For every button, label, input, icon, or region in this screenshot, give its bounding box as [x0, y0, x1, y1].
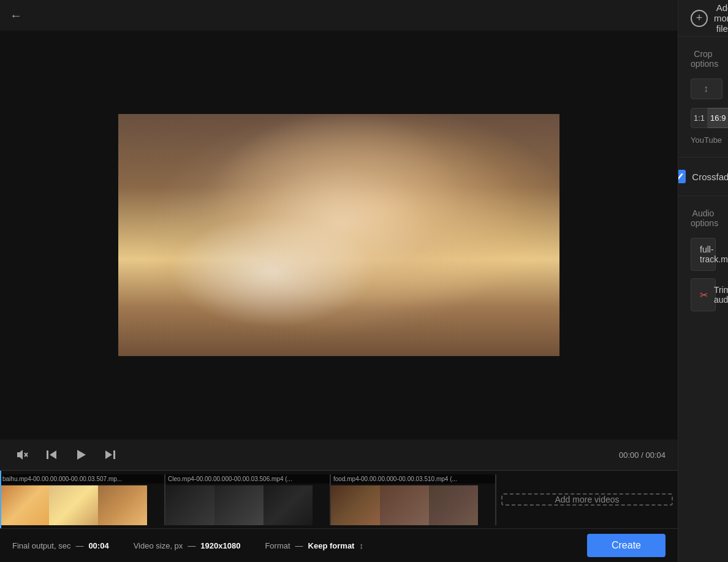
- play-button[interactable]: [71, 445, 91, 465]
- video-size-info: Video size, px — 1920x1080: [134, 541, 241, 550]
- next-icon: [104, 449, 116, 461]
- right-top: + Add more files ⌄: [678, 0, 728, 37]
- segment-thumbs-2: [165, 485, 330, 525]
- ratio-buttons: 1:1 16:9 9:16 5:4: [691, 108, 716, 128]
- crop-options-title: Crop options: [691, 49, 716, 69]
- prev-icon: [45, 449, 58, 461]
- segment-thumbs-1: [0, 485, 164, 525]
- create-button[interactable]: Create: [587, 534, 665, 557]
- audio-options-title: Audio options: [691, 208, 716, 228]
- trim-label: Trim audio: [714, 285, 728, 305]
- final-output-value: 00:04: [88, 541, 108, 550]
- youtube-label: YouTube: [691, 135, 716, 145]
- top-bar: ←: [0, 0, 678, 31]
- svg-marker-4: [50, 450, 56, 459]
- thumb-9: [380, 485, 429, 525]
- timeline-segment-2[interactable]: Cleo.mp4-00.00.00.000-00.00.03.506.mp4 (…: [165, 474, 331, 525]
- thumb-2: [49, 485, 98, 525]
- format-info: Format — Keep format ↕: [265, 541, 363, 550]
- back-button[interactable]: ←: [10, 9, 22, 23]
- add-files-icon: +: [691, 10, 708, 27]
- bottom-bar: Final output, sec — 00:04 Video size, px…: [0, 528, 678, 562]
- video-size-value: 1920x1080: [200, 541, 240, 550]
- crossfade-section: Crossfade: [678, 158, 728, 196]
- audio-filename: full-track.mp3: [700, 245, 728, 264]
- final-output-info: Final output, sec — 00:04: [12, 541, 109, 550]
- thumb-4: [165, 485, 214, 525]
- next-button[interactable]: [100, 445, 120, 465]
- play-icon: [75, 449, 87, 461]
- mute-button[interactable]: [12, 445, 32, 465]
- timeline-segment-1[interactable]: baihu.mp4-00.00.00.000-00.00.03.507.mp..…: [0, 474, 165, 525]
- crop-select-wrapper: Fit with border Crop to fill Stretch ↕: [691, 78, 716, 99]
- segment-label-1: baihu.mp4-00.00.00.000-00.00.03.507.mp..…: [0, 474, 164, 484]
- video-size-label: Video size, px: [134, 541, 183, 550]
- video-overlay: [118, 114, 559, 356]
- audio-file-display: full-track.mp3 ✕: [691, 238, 716, 271]
- crossfade-checkbox[interactable]: [678, 170, 686, 183]
- svg-rect-6: [113, 450, 115, 459]
- right-panel: + Add more files ⌄ Crop options Fit with…: [678, 0, 728, 562]
- timeline-segment-3[interactable]: food.mp4-00.00.00.000-00.00.03.510.mp4 (…: [331, 474, 496, 525]
- segment-thumbs-3: [331, 485, 495, 525]
- add-videos-label: Add more videos: [555, 495, 619, 504]
- crossfade-label: Crossfade: [692, 172, 728, 182]
- thumb-8: [331, 485, 380, 525]
- audio-section: Audio options full-track.mp3 ✕ ✂ Trim au…: [678, 196, 728, 324]
- controls-bar: 00:00 / 00:04: [0, 439, 678, 470]
- thumb-5: [214, 485, 264, 525]
- prev-button[interactable]: [42, 445, 61, 465]
- timeline-area: baihu.mp4-00.00.00.000-00.00.03.507.mp..…: [0, 470, 678, 528]
- svg-marker-5: [77, 450, 86, 460]
- ratio-1-1-button[interactable]: 1:1: [691, 108, 708, 128]
- timeline-playhead[interactable]: [0, 471, 1, 528]
- add-files-button[interactable]: + Add more files: [691, 2, 728, 34]
- checkmark-icon: [678, 172, 683, 181]
- crop-mode-select[interactable]: Fit with border Crop to fill Stretch: [691, 78, 722, 99]
- time-display: 00:00 / 00:04: [619, 450, 665, 460]
- add-files-label: Add more files: [714, 2, 728, 34]
- trim-icon: ✂: [700, 289, 708, 301]
- trim-left: ✂ Trim audio: [700, 285, 728, 305]
- crop-options-section: Crop options Fit with border Crop to fil…: [678, 37, 728, 158]
- segment-label-2: Cleo.mp4-00.00.00.000-00.00.03.506.mp4 (…: [165, 474, 330, 484]
- ratio-16-9-button[interactable]: 16:9: [708, 108, 728, 128]
- timeline-track: baihu.mp4-00.00.00.000-00.00.03.507.mp..…: [0, 471, 678, 528]
- svg-marker-7: [105, 450, 112, 459]
- video-panel: ←: [0, 0, 678, 562]
- thumb-6: [264, 485, 313, 525]
- format-label: Format: [265, 541, 290, 550]
- segment-label-3: food.mp4-00.00.00.000-00.00.03.510.mp4 (…: [331, 474, 495, 484]
- svg-rect-3: [47, 450, 48, 459]
- thumb-3: [98, 485, 147, 525]
- video-preview: [118, 114, 559, 356]
- add-videos-zone[interactable]: Add more videos: [501, 493, 673, 506]
- format-value: Keep format: [308, 541, 355, 550]
- svg-marker-0: [17, 450, 23, 460]
- thumb-1: [0, 485, 49, 525]
- final-output-label: Final output, sec: [12, 541, 70, 550]
- thumb-10: [429, 485, 478, 525]
- video-container: [0, 31, 678, 439]
- trim-audio-bar: ✂ Trim audio 00:33: [691, 278, 716, 311]
- mute-icon: [15, 448, 29, 461]
